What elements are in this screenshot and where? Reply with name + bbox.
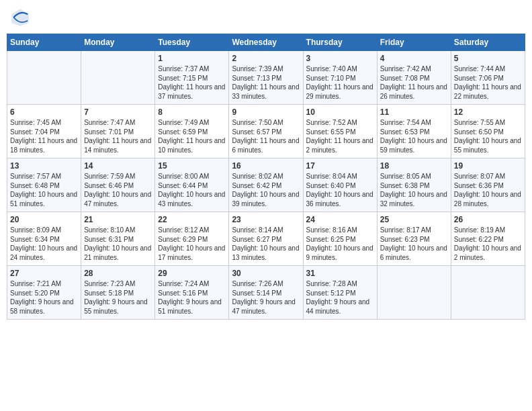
day-info: Sunrise: 8:09 AM Sunset: 6:34 PM Dayligh… <box>10 226 78 262</box>
day-number: 26 <box>454 215 522 224</box>
day-info: Sunrise: 7:49 AM Sunset: 6:59 PM Dayligh… <box>158 118 226 154</box>
calendar-cell: 8Sunrise: 7:49 AM Sunset: 6:59 PM Daylig… <box>155 105 229 158</box>
day-info: Sunrise: 7:55 AM Sunset: 6:50 PM Dayligh… <box>454 118 522 154</box>
calendar-cell: 25Sunrise: 8:17 AM Sunset: 6:23 PM Dayli… <box>377 212 451 266</box>
calendar-cell: 4Sunrise: 7:42 AM Sunset: 7:08 PM Daylig… <box>377 51 451 105</box>
day-info: Sunrise: 8:07 AM Sunset: 6:36 PM Dayligh… <box>454 172 522 208</box>
calendar-cell: 24Sunrise: 8:16 AM Sunset: 6:25 PM Dayli… <box>303 212 377 266</box>
day-info: Sunrise: 7:47 AM Sunset: 7:01 PM Dayligh… <box>84 118 152 154</box>
day-number: 28 <box>84 269 152 278</box>
calendar-cell: 29Sunrise: 7:24 AM Sunset: 5:16 PM Dayli… <box>155 266 229 320</box>
calendar-cell <box>451 266 525 320</box>
day-number: 1 <box>158 54 226 63</box>
day-info: Sunrise: 7:52 AM Sunset: 6:55 PM Dayligh… <box>306 118 374 154</box>
calendar-table: SundayMondayTuesdayWednesdayThursdayFrid… <box>7 34 525 320</box>
week-row-5: 27Sunrise: 7:21 AM Sunset: 5:20 PM Dayli… <box>7 266 525 320</box>
day-info: Sunrise: 8:10 AM Sunset: 6:31 PM Dayligh… <box>84 226 152 262</box>
day-number: 9 <box>232 107 300 117</box>
week-row-2: 6Sunrise: 7:45 AM Sunset: 7:04 PM Daylig… <box>7 105 525 158</box>
day-number: 6 <box>10 107 78 117</box>
day-info: Sunrise: 8:04 AM Sunset: 6:40 PM Dayligh… <box>306 172 374 208</box>
calendar-cell: 1Sunrise: 7:37 AM Sunset: 7:15 PM Daylig… <box>155 51 229 105</box>
day-info: Sunrise: 7:57 AM Sunset: 6:48 PM Dayligh… <box>10 172 78 208</box>
day-number: 19 <box>454 161 522 171</box>
calendar-cell: 18Sunrise: 8:05 AM Sunset: 6:38 PM Dayli… <box>377 158 451 212</box>
calendar-cell: 2Sunrise: 7:39 AM Sunset: 7:13 PM Daylig… <box>229 51 303 105</box>
day-info: Sunrise: 7:44 AM Sunset: 7:06 PM Dayligh… <box>454 64 522 101</box>
day-number: 30 <box>232 269 300 278</box>
calendar-cell: 7Sunrise: 7:47 AM Sunset: 7:01 PM Daylig… <box>81 105 155 158</box>
day-number: 16 <box>232 161 300 171</box>
day-number: 23 <box>232 215 300 224</box>
calendar-cell: 26Sunrise: 8:19 AM Sunset: 6:22 PM Dayli… <box>451 212 525 266</box>
header-row: SundayMondayTuesdayWednesdayThursdayFrid… <box>7 34 525 51</box>
day-number: 22 <box>158 215 226 224</box>
day-number: 31 <box>306 269 374 278</box>
header-day-monday: Monday <box>81 34 155 51</box>
day-info: Sunrise: 8:19 AM Sunset: 6:22 PM Dayligh… <box>454 226 522 262</box>
calendar-cell: 3Sunrise: 7:40 AM Sunset: 7:10 PM Daylig… <box>303 51 377 105</box>
day-number: 18 <box>380 161 448 171</box>
header-day-sunday: Sunday <box>7 34 81 51</box>
calendar-cell: 21Sunrise: 8:10 AM Sunset: 6:31 PM Dayli… <box>81 212 155 266</box>
header-day-tuesday: Tuesday <box>155 34 229 51</box>
day-number: 10 <box>306 107 374 117</box>
calendar-cell <box>7 51 81 105</box>
calendar-header: SundayMondayTuesdayWednesdayThursdayFrid… <box>7 34 525 51</box>
calendar-cell: 10Sunrise: 7:52 AM Sunset: 6:55 PM Dayli… <box>303 105 377 158</box>
day-info: Sunrise: 8:16 AM Sunset: 6:25 PM Dayligh… <box>306 226 374 262</box>
header-day-saturday: Saturday <box>451 34 525 51</box>
day-number: 8 <box>158 107 226 117</box>
day-info: Sunrise: 8:14 AM Sunset: 6:27 PM Dayligh… <box>232 226 300 262</box>
calendar-cell: 22Sunrise: 8:12 AM Sunset: 6:29 PM Dayli… <box>155 212 229 266</box>
day-info: Sunrise: 7:23 AM Sunset: 5:18 PM Dayligh… <box>84 279 152 316</box>
day-info: Sunrise: 8:12 AM Sunset: 6:29 PM Dayligh… <box>158 226 226 262</box>
day-number: 24 <box>306 215 374 224</box>
calendar-cell: 19Sunrise: 8:07 AM Sunset: 6:36 PM Dayli… <box>451 158 525 212</box>
calendar-cell: 6Sunrise: 7:45 AM Sunset: 7:04 PM Daylig… <box>7 105 81 158</box>
day-number: 2 <box>232 54 300 63</box>
day-info: Sunrise: 7:24 AM Sunset: 5:16 PM Dayligh… <box>158 279 226 316</box>
calendar-cell: 17Sunrise: 8:04 AM Sunset: 6:40 PM Dayli… <box>303 158 377 212</box>
day-info: Sunrise: 7:40 AM Sunset: 7:10 PM Dayligh… <box>306 64 374 101</box>
day-info: Sunrise: 7:37 AM Sunset: 7:15 PM Dayligh… <box>158 64 226 101</box>
calendar-cell: 30Sunrise: 7:26 AM Sunset: 5:14 PM Dayli… <box>229 266 303 320</box>
week-row-3: 13Sunrise: 7:57 AM Sunset: 6:48 PM Dayli… <box>7 158 525 212</box>
calendar-cell <box>377 266 451 320</box>
day-number: 4 <box>380 54 448 63</box>
day-number: 12 <box>454 107 522 117</box>
calendar-cell: 5Sunrise: 7:44 AM Sunset: 7:06 PM Daylig… <box>451 51 525 105</box>
day-info: Sunrise: 7:45 AM Sunset: 7:04 PM Dayligh… <box>10 118 78 154</box>
day-info: Sunrise: 8:02 AM Sunset: 6:42 PM Dayligh… <box>232 172 300 208</box>
calendar-cell: 12Sunrise: 7:55 AM Sunset: 6:50 PM Dayli… <box>451 105 525 158</box>
calendar-cell: 14Sunrise: 7:59 AM Sunset: 6:46 PM Dayli… <box>81 158 155 212</box>
day-info: Sunrise: 7:28 AM Sunset: 5:12 PM Dayligh… <box>306 279 374 316</box>
week-row-4: 20Sunrise: 8:09 AM Sunset: 6:34 PM Dayli… <box>7 212 525 266</box>
calendar-cell: 20Sunrise: 8:09 AM Sunset: 6:34 PM Dayli… <box>7 212 81 266</box>
calendar-cell: 27Sunrise: 7:21 AM Sunset: 5:20 PM Dayli… <box>7 266 81 320</box>
calendar-body: 1Sunrise: 7:37 AM Sunset: 7:15 PM Daylig… <box>7 51 525 320</box>
day-number: 7 <box>84 107 152 117</box>
calendar-cell: 15Sunrise: 8:00 AM Sunset: 6:44 PM Dayli… <box>155 158 229 212</box>
day-number: 13 <box>10 161 78 171</box>
day-number: 14 <box>84 161 152 171</box>
day-info: Sunrise: 8:17 AM Sunset: 6:23 PM Dayligh… <box>380 226 448 262</box>
day-number: 17 <box>306 161 374 171</box>
day-number: 5 <box>454 54 522 63</box>
header-day-wednesday: Wednesday <box>229 34 303 51</box>
page-header <box>7 7 525 28</box>
calendar-cell: 11Sunrise: 7:54 AM Sunset: 6:53 PM Dayli… <box>377 105 451 158</box>
calendar-cell: 31Sunrise: 7:28 AM Sunset: 5:12 PM Dayli… <box>303 266 377 320</box>
calendar-cell: 16Sunrise: 8:02 AM Sunset: 6:42 PM Dayli… <box>229 158 303 212</box>
header-day-thursday: Thursday <box>303 34 377 51</box>
day-number: 21 <box>84 215 152 224</box>
day-info: Sunrise: 7:54 AM Sunset: 6:53 PM Dayligh… <box>380 118 448 154</box>
day-number: 3 <box>306 54 374 63</box>
day-info: Sunrise: 8:00 AM Sunset: 6:44 PM Dayligh… <box>158 172 226 208</box>
day-number: 29 <box>158 269 226 278</box>
day-number: 20 <box>10 215 78 224</box>
day-number: 27 <box>10 269 78 278</box>
calendar-cell: 28Sunrise: 7:23 AM Sunset: 5:18 PM Dayli… <box>81 266 155 320</box>
day-info: Sunrise: 7:59 AM Sunset: 6:46 PM Dayligh… <box>84 172 152 208</box>
header-day-friday: Friday <box>377 34 451 51</box>
